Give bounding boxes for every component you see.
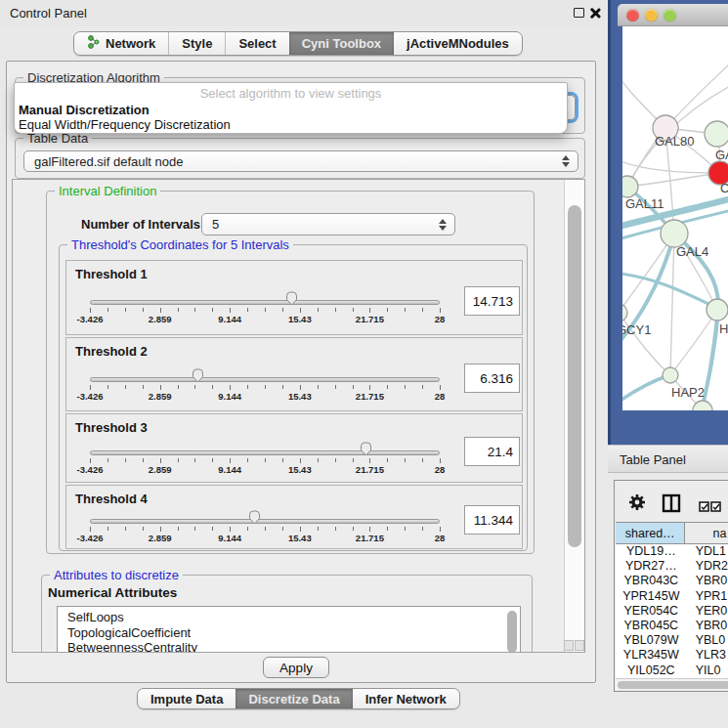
threshold-slider-track-4[interactable] — [90, 519, 440, 524]
apply-button[interactable]: Apply — [263, 657, 329, 678]
table-data-combo[interactable]: galFiltered.sif default node — [23, 150, 578, 172]
network-node-gal4[interactable] — [661, 220, 688, 247]
cell-shared-name[interactable]: YIL052C — [616, 664, 687, 678]
select-checkbox-icon[interactable] — [699, 498, 709, 516]
mode-tab-impute-data[interactable]: Impute Data — [138, 689, 236, 708]
slider-tick — [282, 527, 283, 531]
table-panel-title: Table Panel — [620, 452, 686, 467]
cell-name[interactable]: YDR2 — [687, 559, 728, 574]
cell-shared-name[interactable]: YDL19… — [616, 544, 687, 559]
threshold-value-field-3[interactable]: 21.4 — [464, 437, 520, 466]
mac-close-button[interactable] — [626, 9, 639, 21]
network-canvas[interactable]: GAL80GACGAL11GAL4GCY1HHAP2 — [622, 26, 728, 410]
mac-zoom-button[interactable] — [664, 9, 676, 21]
cell-shared-name[interactable]: YBR045C — [616, 619, 687, 633]
float-window-icon[interactable] — [574, 8, 584, 18]
column-header-shared-name[interactable]: shared… — [616, 523, 685, 543]
select-checkbox-icon[interactable] — [710, 498, 721, 516]
slider-tick — [212, 527, 213, 531]
numerical-attributes-list[interactable]: SelfLoopsTopologicalCoefficientBetweenne… — [57, 606, 521, 653]
vertical-scrollbar-thumb[interactable] — [568, 205, 581, 547]
network-edge[interactable] — [665, 62, 728, 128]
network-node-h[interactable] — [707, 299, 728, 321]
network-window-titlebar[interactable] — [618, 4, 728, 26]
attribute-item-betweennesscentrality[interactable]: BetweennessCentrality — [58, 640, 520, 653]
table-horizontal-scrollbar[interactable] — [616, 678, 728, 690]
network-node-gal11[interactable] — [622, 176, 638, 197]
table-row[interactable]: YIL052CYIL0 — [616, 664, 728, 678]
table-row[interactable]: YBL079WYBL0 — [616, 633, 728, 648]
table-horizontal-scrollbar-thumb[interactable] — [618, 681, 728, 689]
slider-tick — [422, 308, 423, 312]
cell-name[interactable]: YPR1 — [687, 589, 728, 604]
network-edge[interactable] — [622, 273, 716, 308]
cell-name[interactable]: YER0 — [687, 604, 728, 619]
cell-shared-name[interactable]: YER054C — [616, 604, 687, 619]
split-columns-icon[interactable] — [662, 493, 681, 517]
mac-minimize-button[interactable] — [645, 9, 658, 21]
algorithm-option-equal-width-frequency[interactable]: Equal Width/Frequency Discretization — [19, 117, 231, 132]
threshold-value-field-1[interactable]: 14.713 — [464, 286, 520, 316]
cell-shared-name[interactable]: YDR27… — [616, 559, 687, 574]
cell-shared-name[interactable]: YBR043C — [616, 574, 687, 588]
table-row[interactable]: YER054CYER0 — [616, 604, 728, 619]
cell-name[interactable]: YBR0 — [687, 574, 728, 588]
threshold-slider-handle-2[interactable] — [192, 368, 204, 383]
cell-shared-name[interactable]: YPR145W — [616, 589, 687, 604]
algorithm-option-manual-discretization[interactable]: Manual Discretization — [19, 103, 150, 117]
network-node-hap2[interactable] — [663, 367, 678, 383]
cell-name[interactable]: YLR3 — [687, 648, 728, 663]
table-row[interactable]: YLR345WYLR3 — [616, 648, 728, 663]
number-of-intervals-combo[interactable]: 5 — [201, 213, 455, 236]
cell-shared-name[interactable]: YBL079W — [616, 633, 687, 648]
cell-name[interactable]: YBR0 — [687, 619, 728, 633]
network-node-ga[interactable] — [705, 121, 728, 147]
vertical-scrollbar[interactable] — [564, 180, 584, 653]
threshold-row-1: Threshold 1-3.4262.8599.14415.4321.71528… — [65, 260, 523, 335]
cell-name[interactable]: YBL0 — [687, 633, 728, 648]
cell-name[interactable]: YIL0 — [687, 664, 728, 678]
slider-tick — [422, 527, 423, 531]
mode-tab-infer-network[interactable]: Infer Network — [353, 689, 459, 708]
network-node-gcy1[interactable] — [622, 304, 627, 321]
threshold-value-field-4[interactable]: 11.344 — [464, 505, 520, 535]
table-row[interactable]: YBR043CYBR0 — [616, 574, 728, 588]
slider-tick — [265, 385, 266, 389]
table-row[interactable]: YPR145WYPR1 — [616, 589, 728, 604]
table-row[interactable]: YBR045CYBR0 — [616, 619, 728, 633]
network-node[interactable] — [693, 401, 712, 410]
network-edge[interactable] — [670, 234, 674, 375]
settings-gear-icon[interactable] — [628, 493, 646, 515]
tab-network[interactable]: Network — [74, 32, 168, 55]
column-header-name[interactable]: na — [685, 523, 728, 543]
attribute-item-selfloops[interactable]: SelfLoops — [58, 610, 520, 625]
threshold-slider-track-3[interactable] — [90, 450, 440, 455]
mode-tab-discretize-data[interactable]: Discretize Data — [236, 689, 352, 708]
scroll-down-button[interactable] — [575, 640, 584, 651]
threshold-slider-track-1[interactable] — [90, 300, 440, 305]
tab-jactivemnodules[interactable]: jActiveMNodules — [394, 32, 522, 55]
table-row[interactable]: YDL19…YDL1 — [616, 544, 728, 559]
tab-select[interactable]: Select — [225, 32, 288, 55]
threshold-slider-handle-3[interactable] — [360, 442, 372, 456]
cell-name[interactable]: YDL1 — [687, 544, 728, 559]
network-edge[interactable] — [622, 375, 669, 407]
threshold-slider-handle-4[interactable] — [248, 510, 261, 525]
attribute-item-topologicalcoefficient[interactable]: TopologicalCoefficient — [58, 625, 520, 641]
threshold-value-field-2[interactable]: 6.316 — [464, 364, 520, 393]
settings-scroll-viewport: Interval Definition Number of Intervals … — [12, 179, 585, 653]
cell-shared-name[interactable]: YLR345W — [616, 648, 687, 663]
slider-tick — [300, 458, 301, 463]
threshold-slider-handle-1[interactable] — [285, 291, 298, 306]
close-icon[interactable] — [589, 7, 602, 20]
scroll-up-button[interactable] — [564, 640, 574, 651]
slider-tick — [230, 308, 231, 313]
threshold-slider-track-2[interactable] — [90, 377, 440, 382]
attributes-list-scrollbar[interactable] — [507, 611, 517, 653]
slider-tick — [194, 527, 195, 531]
table-row[interactable]: YDR27…YDR2 — [616, 559, 728, 574]
tab-cyni-toolbox[interactable]: Cyni Toolbox — [289, 32, 394, 55]
slider-tick — [422, 385, 423, 389]
tab-style[interactable]: Style — [168, 32, 225, 55]
network-edge[interactable] — [627, 173, 720, 187]
